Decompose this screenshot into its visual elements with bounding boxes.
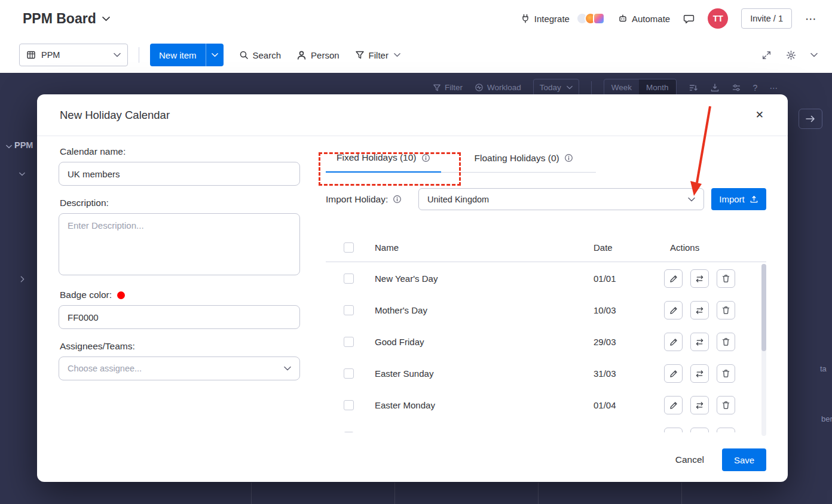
description-input[interactable] (59, 213, 300, 275)
info-icon[interactable] (564, 153, 573, 162)
delete-button[interactable] (717, 396, 735, 414)
badge-color-swatch[interactable] (117, 291, 125, 299)
holidays-table-header: Name Date Actions (326, 233, 766, 262)
more-options-icon[interactable]: ⋯ (769, 83, 778, 93)
import-holiday-row: Import Holiday: United Kingdom Import (326, 188, 766, 210)
automate-button[interactable]: Automate (618, 14, 670, 24)
holiday-date: 29/03 (594, 337, 664, 347)
close-icon[interactable]: ✕ (755, 110, 764, 120)
search-button[interactable]: Search (239, 50, 282, 60)
expand-row-chevron-icon[interactable] (20, 276, 25, 282)
calendar-name-input[interactable] (59, 162, 300, 186)
holidays-table-body[interactable]: New Year's Day 01/01 Mother's Day 1 (326, 263, 761, 432)
row-checkbox[interactable] (344, 400, 354, 410)
edit-button[interactable] (664, 269, 683, 288)
table-row: Easter Sunday 31/03 (326, 358, 761, 389)
swap-button[interactable] (690, 269, 709, 288)
row-checkbox[interactable] (344, 305, 354, 315)
column-divider (394, 483, 395, 504)
select-all-checkbox[interactable] (344, 242, 354, 253)
tab-floating-holidays[interactable]: Floating Holidays (0) (464, 149, 584, 172)
collapse-header-chevron-icon[interactable] (810, 53, 818, 57)
column-divider (681, 483, 682, 504)
month-button[interactable]: Month (639, 79, 676, 96)
settings-sliders-icon[interactable] (732, 83, 741, 93)
info-icon[interactable] (393, 195, 402, 204)
avatar[interactable]: TT (708, 8, 728, 29)
info-icon[interactable] (421, 153, 430, 162)
week-button[interactable]: Week (604, 79, 639, 96)
scroll-right-button[interactable] (799, 109, 822, 129)
chevron-down-icon[interactable] (102, 16, 110, 21)
holiday-date: 01/04 (594, 400, 664, 410)
import-button[interactable]: Import (711, 188, 766, 210)
new-item-button[interactable]: New item (150, 44, 224, 66)
assignees-select[interactable]: Choose assignee... (59, 357, 300, 380)
column-header-name: Name (375, 242, 594, 253)
swap-button[interactable] (690, 364, 709, 383)
new-holiday-calendar-modal: New Holiday Calendar ✕ Calendar name: De… (37, 94, 788, 482)
swap-button[interactable] (690, 301, 709, 319)
filter-button[interactable]: Filter (355, 50, 400, 60)
row-actions (664, 333, 761, 351)
subgroup-chevron-icon[interactable] (19, 172, 25, 176)
board-title-group[interactable]: PPM Board (23, 11, 110, 27)
fullscreen-icon[interactable] (761, 50, 772, 60)
delete-button[interactable] (717, 333, 735, 351)
modal-body: Calendar name: Description: Badge color:… (37, 137, 788, 482)
chevron-down-icon (394, 53, 400, 57)
edit-button[interactable] (664, 333, 683, 351)
save-button[interactable]: Save (722, 448, 766, 471)
table-row-partial (326, 421, 761, 432)
board-background: Filter Workload Today Week Month ? ⋯ (0, 73, 832, 504)
swap-button[interactable] (690, 333, 709, 351)
chevron-down-icon[interactable] (688, 197, 695, 202)
chat-icon[interactable] (683, 13, 695, 24)
delete-button[interactable] (717, 364, 735, 383)
toolbar-right-icons (761, 50, 818, 60)
integrate-label: Integrate (534, 14, 570, 24)
more-menu-icon[interactable]: ⋯ (805, 12, 818, 26)
country-select[interactable]: United Kingdom (418, 188, 704, 210)
row-checkbox[interactable] (344, 368, 354, 379)
help-icon[interactable]: ? (753, 83, 758, 93)
badge-color-input[interactable] (59, 305, 300, 329)
invite-button[interactable]: Invite / 1 (741, 8, 792, 29)
row-checkbox[interactable] (344, 337, 354, 347)
swap-button[interactable] (690, 396, 709, 414)
workload-button[interactable]: Workload (475, 83, 521, 92)
screen: PPM Board Integrate Automate TT Invite /… (0, 0, 832, 504)
sort-icon[interactable] (689, 83, 698, 93)
edit-button[interactable] (664, 364, 683, 383)
delete-button[interactable] (717, 301, 735, 319)
edit-button[interactable] (664, 301, 683, 319)
row-checkbox[interactable] (344, 273, 354, 284)
new-item-label[interactable]: New item (150, 44, 206, 66)
view-selector[interactable]: PPM (19, 44, 128, 66)
export-icon[interactable] (710, 83, 720, 93)
bg-filter-button[interactable]: Filter (433, 83, 463, 92)
swap-button[interactable] (690, 428, 709, 432)
integrate-button[interactable]: Integrate (521, 13, 605, 24)
table-scrollbar[interactable] (761, 264, 766, 436)
row-checkbox[interactable] (344, 432, 354, 432)
group-title[interactable]: PPM (14, 140, 34, 150)
row-actions (664, 301, 761, 319)
tab-fixed-holidays[interactable]: Fixed Holidays (10) (326, 149, 441, 173)
country-select-value: United Kingdom (427, 195, 489, 204)
delete-button[interactable] (717, 428, 735, 432)
edit-button[interactable] (664, 396, 683, 414)
today-button[interactable]: Today (533, 79, 579, 96)
page-title[interactable]: PPM Board (23, 11, 96, 27)
cancel-button[interactable]: Cancel (675, 454, 704, 465)
chevron-down-icon (114, 53, 121, 57)
person-filter-button[interactable]: Person (296, 50, 339, 60)
clipped-text-fragment: ta (820, 364, 827, 373)
new-item-chevron-icon[interactable] (206, 44, 224, 66)
group-collapse-chevron-icon[interactable] (6, 145, 12, 149)
scrollbar-thumb[interactable] (761, 264, 766, 351)
timeline-toolbar: Filter Workload Today Week Month ? ⋯ (433, 79, 778, 96)
edit-button[interactable] (664, 428, 683, 432)
gear-icon[interactable] (786, 50, 796, 60)
delete-button[interactable] (717, 269, 735, 288)
